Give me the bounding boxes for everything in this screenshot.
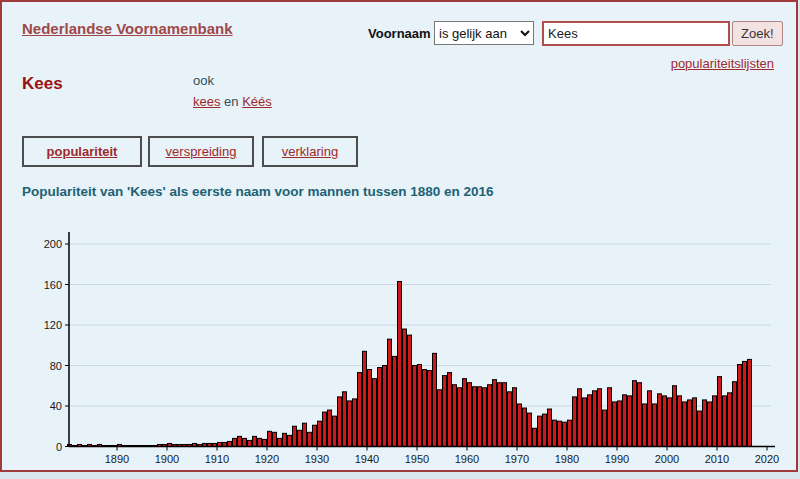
brand-link[interactable]: Nederlandse Voornamenbank: [22, 20, 233, 37]
bar-1916: [248, 440, 252, 446]
bar-1982: [578, 389, 582, 447]
y-tick-label: 0: [56, 441, 62, 453]
bar-2001: [673, 386, 677, 447]
x-tick-label: 1900: [155, 453, 179, 465]
bar-1938: [358, 373, 362, 447]
bar-1966: [498, 383, 502, 447]
bar-1960: [468, 383, 472, 447]
bar-1940: [368, 370, 372, 447]
search-button[interactable]: Zoek!: [732, 21, 783, 46]
bar-1973: [533, 428, 537, 446]
bar-1995: [643, 404, 647, 447]
bar-1914: [238, 436, 242, 446]
bar-1941: [373, 379, 377, 447]
bar-1928: [308, 432, 312, 446]
bar-2005: [693, 398, 697, 447]
variant-link-kees[interactable]: kees: [193, 94, 220, 109]
bar-1926: [298, 430, 302, 446]
bar-1919: [263, 439, 267, 446]
bar-1992: [628, 396, 632, 447]
popularity-chart: 0408012016020018901900191019201930194019…: [30, 224, 792, 467]
bar-1933: [333, 416, 337, 446]
bar-1999: [663, 396, 667, 447]
bar-1974: [538, 416, 542, 446]
bar-1947: [403, 329, 407, 446]
tab-verspreiding[interactable]: verspreiding: [148, 136, 254, 167]
bar-1920: [268, 431, 272, 446]
y-tick-label: 200: [44, 238, 62, 250]
bar-1994: [638, 383, 642, 447]
x-tick-label: 1930: [305, 453, 329, 465]
x-tick-label: 2020: [755, 453, 779, 465]
bar-1931: [323, 412, 327, 446]
page-title: Kees: [22, 74, 63, 94]
bar-1936: [348, 401, 352, 447]
bar-1975: [543, 414, 547, 446]
bar-1987: [603, 410, 607, 446]
bar-1912: [228, 441, 232, 446]
bar-1951: [423, 370, 427, 447]
bar-1939: [363, 351, 367, 446]
tab-verklaring[interactable]: verklaring: [262, 136, 358, 167]
bar-1986: [598, 389, 602, 447]
x-tick-label: 2000: [655, 453, 679, 465]
bar-2011: [723, 396, 727, 447]
bar-1972: [528, 413, 532, 446]
bar-1922: [278, 438, 282, 446]
x-tick-label: 1960: [455, 453, 479, 465]
tab-populariteit-label: populariteit: [47, 144, 118, 159]
bar-1997: [653, 404, 657, 447]
bar-1978: [558, 421, 562, 446]
bar-1948: [408, 335, 412, 446]
bar-1953: [433, 353, 437, 446]
bar-1944: [388, 339, 392, 446]
popularity-lists-link[interactable]: populariteitslijsten: [671, 56, 774, 71]
bar-1958: [458, 388, 462, 447]
bar-1921: [273, 432, 277, 446]
bar-1929: [313, 425, 317, 446]
bar-1990: [618, 401, 622, 447]
bar-1983: [583, 398, 587, 447]
criterion-select[interactable]: is gelijk aan: [434, 21, 534, 45]
bar-1954: [438, 390, 442, 447]
tab-verklaring-label: verklaring: [282, 144, 338, 159]
bar-1971: [523, 408, 527, 446]
bar-1967: [503, 383, 507, 447]
y-tick-label: 40: [50, 400, 62, 412]
bar-1980: [568, 420, 572, 446]
bar-1952: [428, 371, 432, 447]
x-tick-label: 1910: [205, 453, 229, 465]
bar-1977: [553, 420, 557, 446]
bar-1969: [513, 388, 517, 447]
tab-populariteit[interactable]: populariteit: [22, 136, 142, 167]
page: Nederlandse Voornamenbank Voornaam is ge…: [0, 0, 798, 472]
bar-1965: [493, 380, 497, 447]
name-search-input[interactable]: [542, 21, 730, 46]
x-tick-label: 1970: [505, 453, 529, 465]
x-tick-label: 1890: [105, 453, 129, 465]
bar-1918: [258, 438, 262, 446]
bar-2003: [683, 402, 687, 447]
bar-1989: [613, 402, 617, 447]
variant-link-kees2[interactable]: Kéés: [242, 94, 272, 109]
bar-2008: [708, 402, 712, 447]
bar-1979: [563, 422, 567, 446]
bar-1924: [288, 435, 292, 446]
bar-1934: [338, 397, 342, 447]
name-variants: kees en Kéés: [193, 94, 272, 109]
bar-2007: [703, 400, 707, 447]
tab-verspreiding-label: verspreiding: [166, 144, 237, 159]
bar-1981: [573, 397, 577, 447]
x-tick-label: 1980: [555, 453, 579, 465]
x-tick-label: 1940: [355, 453, 379, 465]
bar-2009: [713, 396, 717, 447]
bar-1963: [483, 388, 487, 447]
x-tick-label: 1990: [605, 453, 629, 465]
bar-2012: [728, 393, 732, 447]
bar-1950: [418, 364, 422, 446]
bar-2015: [743, 361, 747, 446]
voornaam-label: Voornaam: [368, 26, 431, 41]
bar-2000: [668, 398, 672, 447]
bar-1925: [293, 426, 297, 446]
bar-1942: [378, 368, 382, 447]
